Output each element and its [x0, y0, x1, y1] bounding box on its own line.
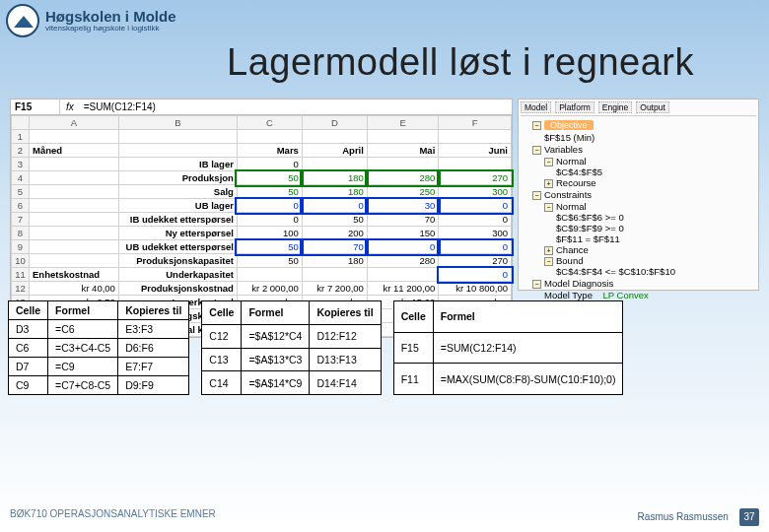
cell[interactable]: 70 — [302, 240, 367, 254]
tree-node[interactable]: −Model Diagnosis — [521, 277, 756, 290]
folder-icon: − — [532, 191, 541, 200]
cell[interactable]: Enhetskostnad — [30, 268, 119, 282]
tree-node[interactable]: $F$11 = $F$11 — [521, 233, 756, 244]
td: =$A$12*C4 — [242, 324, 310, 348]
cell[interactable]: 50 — [237, 240, 302, 254]
tree-node[interactable]: −Objective — [521, 118, 756, 132]
cell[interactable]: 0 — [439, 268, 512, 282]
tree-node[interactable]: −Normal — [521, 156, 756, 166]
cell[interactable]: 250 — [367, 185, 438, 199]
cell[interactable]: kr 10 800,00 — [439, 282, 512, 296]
cell[interactable]: IB lager — [118, 158, 237, 171]
fx-icon[interactable]: fx — [60, 101, 80, 112]
th: Celle — [9, 301, 48, 320]
cell[interactable]: 0 — [439, 199, 512, 213]
cell[interactable]: UB udekket etterspørsel — [118, 240, 237, 254]
slide-title: Lagermodell løst i regneark — [227, 41, 769, 84]
td: =SUM(C12:F14) — [433, 332, 623, 364]
cell[interactable]: 280 — [367, 171, 438, 185]
cell[interactable]: kr 7 200,00 — [302, 282, 367, 296]
cell[interactable]: 0 — [237, 213, 302, 227]
cell[interactable]: kr 11 200,00 — [367, 282, 438, 296]
cell[interactable]: 50 — [302, 213, 367, 227]
name-box[interactable]: F15 — [11, 100, 60, 114]
cell[interactable]: 200 — [302, 227, 367, 240]
folder-icon: + — [544, 246, 553, 255]
formula-table-3: CelleFormel F15=SUM(C12:F14) F11=MAX(SUM… — [393, 300, 624, 395]
col-f[interactable]: F — [439, 116, 512, 130]
cell[interactable]: UB lager — [118, 199, 237, 213]
cell[interactable]: 180 — [302, 254, 367, 268]
cell[interactable]: kr 40,00 — [30, 282, 119, 296]
tree-node[interactable]: $C$4:$F$5 — [521, 166, 756, 177]
td: =C6 — [48, 320, 118, 339]
tab-platform[interactable]: Platform — [555, 101, 594, 113]
cell[interactable]: 0 — [302, 199, 367, 213]
tree-node[interactable]: −Constraints — [521, 188, 756, 201]
cell[interactable]: Underkapasitet — [118, 268, 237, 282]
logo-icon — [6, 4, 39, 37]
cell[interactable]: Produksjonskostnad — [118, 282, 237, 296]
cell[interactable]: 0 — [367, 240, 438, 254]
cell[interactable]: 300 — [439, 185, 512, 199]
cell[interactable]: 50 — [237, 254, 302, 268]
tree-node[interactable]: −Variables — [521, 143, 756, 156]
cell[interactable]: 0 — [237, 158, 302, 171]
corner — [12, 116, 30, 130]
tree-node[interactable]: −Normal — [521, 201, 756, 212]
cell[interactable]: 100 — [237, 227, 302, 240]
cell[interactable]: 300 — [439, 227, 512, 240]
tab-output[interactable]: Output — [636, 101, 669, 113]
tree-node[interactable]: +Recourse — [521, 177, 756, 188]
col-d[interactable]: D — [302, 116, 367, 130]
cell[interactable]: 180 — [302, 185, 367, 199]
cell[interactable]: 0 — [439, 213, 512, 227]
folder-icon: + — [544, 179, 553, 188]
tab-model[interactable]: Model — [521, 101, 551, 113]
cell[interactable]: kr 2 000,00 — [237, 282, 302, 296]
cell[interactable]: 270 — [439, 254, 512, 268]
tree-node[interactable]: $C$4:$F$4 <= $C$10:$F$10 — [521, 266, 756, 277]
cell[interactable]: Mai — [367, 144, 438, 158]
col-c[interactable]: C — [237, 116, 302, 130]
cell[interactable]: Måned — [30, 144, 119, 158]
formula-value[interactable]: =SUM(C12:F14) — [80, 100, 160, 114]
col-b[interactable]: B — [118, 116, 237, 130]
td: =C7+C8-C5 — [48, 376, 118, 395]
cell[interactable]: 0 — [237, 199, 302, 213]
tree-node[interactable]: −Bound — [521, 255, 756, 266]
col-e[interactable]: E — [367, 116, 438, 130]
cell[interactable]: Produksjonskapasitet — [118, 254, 237, 268]
cell[interactable]: Salg — [118, 185, 237, 199]
col-a[interactable]: A — [30, 116, 119, 130]
cell[interactable]: Juni — [439, 144, 512, 158]
tab-engine[interactable]: Engine — [598, 101, 632, 113]
tree-node[interactable]: $F$15 (Min) — [521, 132, 756, 143]
cell[interactable]: 50 — [237, 185, 302, 199]
td: =$A$13*C3 — [242, 348, 310, 371]
cell[interactable]: 270 — [439, 171, 512, 185]
th: Celle — [202, 301, 242, 325]
cell[interactable]: 0 — [439, 240, 512, 254]
formula-tables: CelleFormelKopieres til D3=C6E3:F3 C6=C3… — [8, 300, 623, 395]
cell[interactable]: 180 — [302, 171, 367, 185]
tree-node[interactable]: $C$9:$F$9 >= 0 — [521, 223, 756, 233]
tree-node[interactable]: $C$6:$F$6 >= 0 — [521, 212, 756, 223]
th: Kopieres til — [310, 301, 381, 325]
cell[interactable]: Produksjon — [118, 171, 237, 185]
cell[interactable]: 30 — [367, 199, 438, 213]
slide-footer: BØK710 OPERASJONSANALYTISKE EMNER Rasmus… — [10, 508, 759, 526]
cell[interactable]: 50 — [237, 171, 302, 185]
cell[interactable]: Mars — [237, 144, 302, 158]
td: =MAX(SUM(C8:F8)-SUM(C10:F10);0) — [433, 364, 623, 395]
cell[interactable]: 70 — [367, 213, 438, 227]
cell[interactable]: 150 — [367, 227, 438, 240]
th: Kopieres til — [118, 301, 189, 320]
td: C13 — [202, 348, 242, 371]
cell[interactable]: April — [302, 144, 367, 158]
td: D12:F12 — [310, 324, 381, 348]
cell[interactable]: 280 — [367, 254, 438, 268]
cell[interactable]: Ny etterspørsel — [118, 227, 237, 240]
tree-node[interactable]: +Chance — [521, 244, 756, 255]
cell[interactable]: IB udekket etterspørsel — [118, 213, 237, 227]
